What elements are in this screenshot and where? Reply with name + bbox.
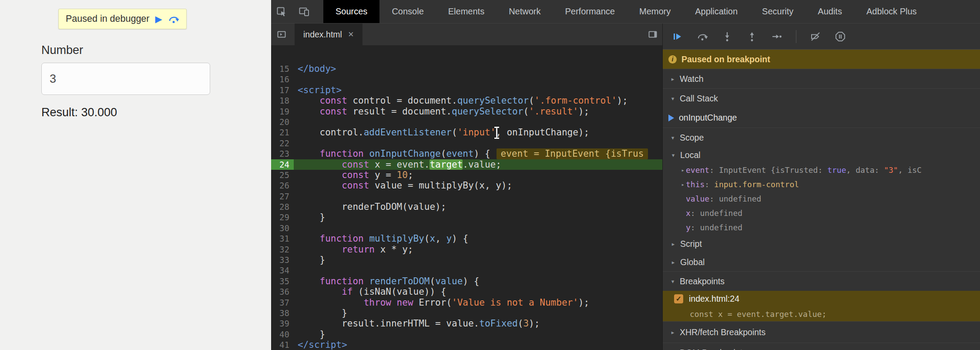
code-line-23: 23 function onInputChange(event) {event …: [271, 148, 662, 159]
scope-var-this[interactable]: ▸this: input.form-control: [663, 177, 980, 192]
line-number-25[interactable]: 25: [271, 170, 294, 180]
scope-local-label: Local: [680, 150, 701, 160]
code-text: function multiplyBy(x, y) {: [294, 233, 662, 244]
tab-console[interactable]: Console: [379, 0, 436, 23]
code-text: </body>: [294, 64, 662, 74]
section-xhr-breakpoints[interactable]: ▸ XHR/fetch Breakpoints: [663, 321, 980, 343]
number-input[interactable]: [41, 63, 210, 95]
code-lines: 15</body>1617<script>18 const control = …: [271, 64, 662, 350]
line-number-19[interactable]: 19: [271, 106, 294, 117]
line-number-32[interactable]: 32: [271, 244, 294, 255]
var-name: this: [686, 180, 705, 189]
breakpoint-code: const x = event.target.value;: [663, 306, 980, 321]
debugger-toolbar: [663, 24, 980, 50]
line-number-40[interactable]: 40: [271, 329, 294, 340]
info-icon: i: [668, 55, 677, 64]
section-label: Watch: [680, 74, 704, 84]
scope-script-row[interactable]: ▸ Script: [663, 235, 980, 253]
devtools-main-toolbar: SourcesConsoleElementsNetworkPerformance…: [271, 0, 980, 24]
step-over-icon[interactable]: [168, 13, 179, 25]
tab-performance[interactable]: Performance: [553, 0, 628, 23]
line-number-21[interactable]: 21: [271, 127, 294, 138]
chevron-right-icon[interactable]: ▸: [680, 182, 686, 188]
devtools-window: SourcesConsoleElementsNetworkPerformance…: [271, 0, 980, 350]
device-toolbar-icon[interactable]: [298, 6, 310, 18]
line-number-31[interactable]: 31: [271, 233, 294, 244]
line-number-16[interactable]: 16: [271, 74, 294, 84]
file-tab-index-html[interactable]: index.html ×: [295, 24, 362, 45]
section-label: DOM Breakpoints: [680, 348, 747, 350]
resume-button[interactable]: [672, 31, 683, 42]
var-value: , data:: [846, 165, 884, 175]
chevron-right-icon[interactable]: ▸: [680, 167, 686, 173]
line-number-33[interactable]: 33: [271, 255, 294, 265]
code-text: function renderToDOM(value) {: [294, 276, 662, 286]
section-scope[interactable]: ▾ Scope: [663, 128, 980, 147]
line-number-38[interactable]: 38: [271, 308, 294, 318]
line-number-35[interactable]: 35: [271, 276, 294, 286]
code-text: [294, 223, 662, 233]
code-text: const result = document.querySelector('.…: [294, 106, 662, 117]
line-number-28[interactable]: 28: [271, 202, 294, 212]
breakpoint-checkbox[interactable]: ✓: [674, 294, 683, 303]
scope-var-event[interactable]: ▸event: InputEvent {isTrusted: true, dat…: [663, 163, 980, 177]
inspect-icon[interactable]: [275, 6, 288, 18]
line-number-20[interactable]: 20: [271, 117, 294, 127]
tab-audits[interactable]: Audits: [805, 0, 854, 23]
resume-icon[interactable]: ▶: [155, 14, 162, 24]
line-number-24[interactable]: 24: [271, 159, 294, 170]
call-stack-frame[interactable]: onInputChange: [663, 108, 980, 128]
line-number-41[interactable]: 41: [271, 340, 294, 350]
line-number-34[interactable]: 34: [271, 265, 294, 276]
section-call-stack[interactable]: ▾ Call Stack: [663, 88, 980, 108]
navigator-toggle-icon[interactable]: [276, 29, 287, 40]
code-line-16: 16: [271, 74, 662, 84]
section-dom-breakpoints[interactable]: ▸ DOM Breakpoints: [663, 343, 980, 350]
step-button[interactable]: [771, 31, 782, 42]
line-number-37[interactable]: 37: [271, 297, 294, 308]
line-number-27[interactable]: 27: [271, 191, 294, 202]
code-editor[interactable]: 15</body>1617<script>18 const control = …: [271, 45, 662, 350]
sidebar-toggle-icon[interactable]: [648, 29, 658, 40]
chevron-down-icon: ▾: [670, 152, 676, 158]
tab-elements[interactable]: Elements: [436, 0, 497, 23]
close-icon[interactable]: ×: [348, 30, 354, 39]
deactivate-breakpoints-button[interactable]: [810, 31, 821, 42]
line-number-36[interactable]: 36: [271, 286, 294, 297]
line-number-23[interactable]: 23: [271, 148, 294, 159]
var-name: x: [686, 209, 691, 218]
step-over-button[interactable]: [697, 31, 708, 42]
var-value: undefined: [700, 209, 743, 218]
code-line-41: 41</script>: [271, 340, 662, 350]
paused-on-breakpoint-banner: i Paused on breakpoint: [663, 50, 980, 69]
result-text: Result: 30.000: [41, 106, 117, 119]
line-number-29[interactable]: 29: [271, 212, 294, 222]
line-number-22[interactable]: 22: [271, 138, 294, 148]
line-number-30[interactable]: 30: [271, 223, 294, 233]
section-breakpoints[interactable]: ▾ Breakpoints: [663, 271, 980, 291]
code-line-18: 18 const control = document.querySelecto…: [271, 95, 662, 106]
file-tabbar: index.html ×: [271, 24, 662, 45]
pause-on-exceptions-button[interactable]: [835, 31, 846, 42]
step-into-button[interactable]: [722, 31, 733, 42]
code-line-39: 39 result.innerHTML = value.toFixed(3);: [271, 318, 662, 329]
step-out-button[interactable]: [746, 31, 758, 42]
tab-sources[interactable]: Sources: [323, 0, 379, 23]
line-number-15[interactable]: 15: [271, 64, 294, 74]
tab-application[interactable]: Application: [683, 0, 750, 23]
chevron-right-icon: ▸: [670, 259, 676, 266]
scope-var-value: value: undefined: [663, 192, 980, 206]
tab-security[interactable]: Security: [750, 0, 805, 23]
line-number-17[interactable]: 17: [271, 85, 294, 95]
tab-adblock-plus[interactable]: Adblock Plus: [854, 0, 929, 23]
line-number-39[interactable]: 39: [271, 318, 294, 329]
scope-global-row[interactable]: ▸ Global: [663, 253, 980, 271]
tab-memory[interactable]: Memory: [627, 0, 683, 23]
breakpoint-entry[interactable]: ✓ index.html:24 const x = event.target.v…: [663, 291, 980, 321]
tab-network[interactable]: Network: [497, 0, 553, 23]
section-watch[interactable]: ▸ Watch: [663, 69, 980, 88]
var-name: y: [686, 223, 691, 232]
scope-local-row[interactable]: ▾ Local: [663, 147, 980, 163]
line-number-26[interactable]: 26: [271, 180, 294, 191]
line-number-18[interactable]: 18: [271, 95, 294, 106]
